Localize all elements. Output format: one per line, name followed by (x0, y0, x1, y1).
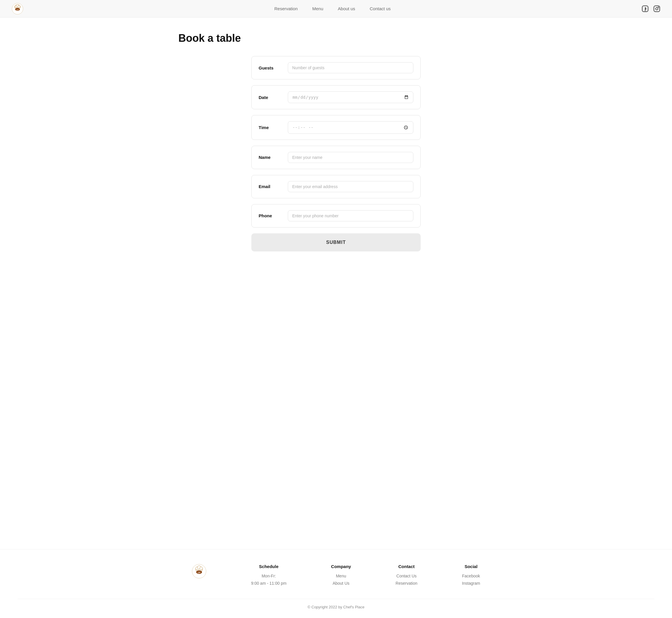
phone-input[interactable] (288, 210, 413, 221)
submit-button[interactable]: SUBMIT (251, 233, 421, 251)
footer-company-heading: Company (331, 564, 351, 569)
svg-point-9 (656, 8, 658, 10)
footer-schedule-days: Mon-Fr: (251, 573, 287, 580)
phone-label: Phone (259, 213, 282, 218)
date-input[interactable] (288, 91, 413, 103)
facebook-icon[interactable] (642, 5, 649, 12)
svg-point-16 (200, 567, 203, 570)
footer-social-heading: Social (462, 564, 480, 569)
time-row: Time (251, 115, 421, 140)
logo-icon: CP (12, 3, 23, 15)
footer-facebook[interactable]: Facebook (462, 573, 480, 580)
svg-rect-8 (654, 6, 660, 12)
email-row: Email (251, 175, 421, 198)
footer-copyright: © Copyright 2022 by Chef's Place (17, 599, 655, 609)
booking-form: Guests Date Time Name Email Phone (251, 56, 421, 251)
footer-instagram[interactable]: Instagram (462, 580, 480, 587)
footer-logo-icon: CP (192, 564, 206, 579)
footer-schedule: Schedule Mon-Fr: 9:00 am - 11:00 pm (251, 564, 287, 587)
footer-social: Social Facebook Instagram (462, 564, 480, 587)
footer-company-menu[interactable]: Menu (331, 573, 351, 580)
email-label: Email (259, 184, 282, 189)
nav-about-us[interactable]: About us (338, 6, 355, 11)
footer-contact-reservation[interactable]: Reservation (396, 580, 418, 587)
nav-reservation[interactable]: Reservation (274, 6, 298, 11)
footer-contact: Contact Contact Us Reservation (396, 564, 418, 587)
svg-point-5 (18, 5, 20, 8)
name-row: Name (251, 146, 421, 169)
svg-text:CP: CP (16, 9, 19, 11)
email-input[interactable] (288, 181, 413, 192)
svg-text:CP: CP (198, 572, 201, 574)
time-label: Time (259, 125, 282, 130)
name-label: Name (259, 155, 282, 160)
page-title: Book a table (178, 32, 494, 44)
footer-contact-us[interactable]: Contact Us (396, 573, 418, 580)
site-header: CP Reservation Menu About us Contact us (0, 0, 672, 17)
date-label: Date (259, 95, 282, 100)
logo[interactable]: CP (12, 3, 23, 15)
nav-contact-us[interactable]: Contact us (370, 6, 391, 11)
guests-row: Guests (251, 56, 421, 80)
footer-company: Company Menu About Us (331, 564, 351, 587)
footer-schedule-hours: 9:00 am - 11:00 pm (251, 580, 287, 587)
svg-point-10 (658, 7, 659, 7)
time-input[interactable] (288, 121, 413, 134)
footer-contact-heading: Contact (396, 564, 418, 569)
footer-top: CP Schedule Mon-Fr: 9:00 am - 11:00 pm C… (176, 564, 496, 587)
footer-company-about[interactable]: About Us (331, 580, 351, 587)
guests-label: Guests (259, 66, 282, 70)
copyright-text: © Copyright 2022 by Chef's Place (308, 605, 365, 609)
phone-row: Phone (251, 204, 421, 227)
main-nav: Reservation Menu About us Contact us (274, 6, 391, 11)
main-content: Book a table Guests Date Time Name Email (161, 17, 511, 549)
footer-schedule-heading: Schedule (251, 564, 287, 569)
date-row: Date (251, 85, 421, 109)
site-footer: CP Schedule Mon-Fr: 9:00 am - 11:00 pm C… (0, 549, 672, 618)
footer-logo: CP (192, 564, 206, 579)
header-social (642, 5, 660, 12)
instagram-icon[interactable] (653, 5, 660, 12)
name-input[interactable] (288, 152, 413, 163)
guests-input[interactable] (288, 62, 413, 73)
nav-menu[interactable]: Menu (312, 6, 323, 11)
